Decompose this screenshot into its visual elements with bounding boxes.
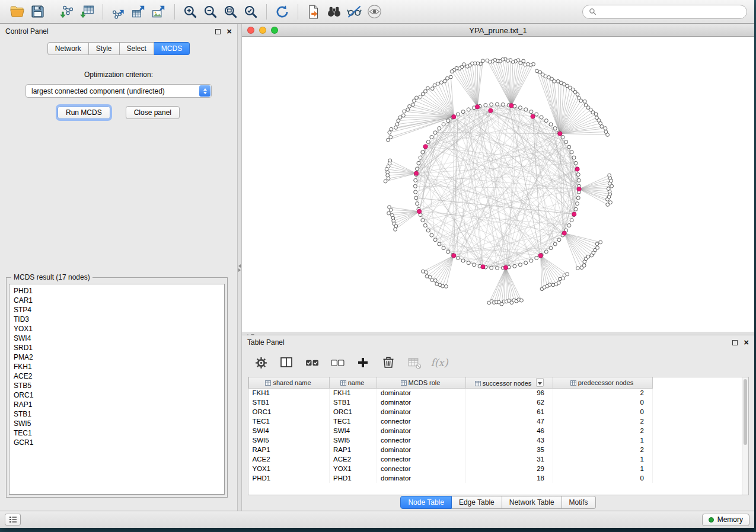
table-cell[interactable]: SWI5 <box>330 435 377 445</box>
zoom-fit-button[interactable] <box>221 2 241 22</box>
network-node[interactable] <box>576 267 580 270</box>
network-node[interactable] <box>390 127 393 131</box>
tab-mcds[interactable]: MCDS <box>154 42 190 55</box>
network-node[interactable] <box>439 81 443 84</box>
mcds-hub-node[interactable] <box>558 132 562 136</box>
refresh-view-button[interactable] <box>272 2 292 22</box>
share-document-button[interactable] <box>304 2 324 22</box>
network-node[interactable] <box>524 261 528 265</box>
network-node[interactable] <box>415 96 419 100</box>
network-node[interactable] <box>430 278 434 282</box>
mcds-result-item[interactable]: SWI5 <box>9 419 224 428</box>
network-node[interactable] <box>486 59 489 62</box>
network-node[interactable] <box>388 131 391 134</box>
network-node[interactable] <box>535 69 539 73</box>
delete-column-button[interactable] <box>380 354 397 371</box>
table-row[interactable]: PHD1PHD1dominator180 <box>249 473 653 483</box>
network-node[interactable] <box>430 87 434 91</box>
mcds-result-item[interactable]: STP4 <box>9 305 224 315</box>
network-node[interactable] <box>574 207 578 211</box>
network-node[interactable] <box>518 106 522 110</box>
network-node[interactable] <box>397 119 400 123</box>
mcds-hub-node[interactable] <box>503 265 508 270</box>
network-node[interactable] <box>438 242 441 246</box>
table-row[interactable]: YOX1YOX1connector291 <box>249 464 653 473</box>
network-node[interactable] <box>421 219 425 222</box>
network-node[interactable] <box>387 211 391 215</box>
open-session-button[interactable] <box>7 2 27 22</box>
network-node[interactable] <box>446 76 449 80</box>
mcds-hub-node[interactable] <box>509 104 513 108</box>
mcds-result-item[interactable]: SWI4 <box>9 334 224 343</box>
table-cell[interactable]: 2 <box>553 416 653 426</box>
table-cell[interactable]: FKH1 <box>330 388 377 398</box>
zoom-in-button[interactable] <box>180 2 200 22</box>
search-input[interactable] <box>600 8 741 16</box>
table-cell[interactable]: dominator <box>377 426 466 435</box>
network-node[interactable] <box>408 104 412 108</box>
table-cell[interactable]: PHD1 <box>330 473 377 483</box>
import-table-button[interactable] <box>77 2 97 22</box>
network-node[interactable] <box>456 257 460 260</box>
network-node[interactable] <box>544 119 548 123</box>
network-node[interactable] <box>513 264 516 268</box>
network-node[interactable] <box>443 79 446 83</box>
network-node[interactable] <box>414 178 417 182</box>
table-row[interactable]: TEC1TEC1connector472 <box>249 416 653 426</box>
network-node[interactable] <box>456 113 460 116</box>
network-node[interactable] <box>433 131 437 134</box>
table-cell[interactable]: dominator <box>377 398 466 407</box>
network-node[interactable] <box>419 156 422 159</box>
table-row[interactable]: RAP1RAP1dominator352 <box>249 445 653 454</box>
mcds-result-item[interactable]: TEC1 <box>9 428 224 438</box>
table-cell[interactable]: 31 <box>466 454 553 464</box>
network-node[interactable] <box>549 246 553 250</box>
network-node[interactable] <box>553 242 557 246</box>
table-cell[interactable]: SWI4 <box>330 426 377 435</box>
table-cell[interactable]: 29 <box>466 464 553 473</box>
mcds-result-item[interactable]: YOX1 <box>9 324 224 334</box>
network-node[interactable] <box>467 108 470 111</box>
deselect-all-button[interactable] <box>329 354 346 371</box>
network-graph[interactable] <box>242 37 754 332</box>
network-node[interactable] <box>557 238 561 242</box>
mcds-result-list[interactable]: PHD1CAR1STP4TID3YOX1SWI4SRD1PMA2FKH1ACE2… <box>9 284 225 495</box>
column-header-predecessor-nodes[interactable]: predecessor nodes <box>553 377 653 388</box>
table-cell[interactable]: RAP1 <box>249 445 330 454</box>
network-node[interactable] <box>608 174 611 177</box>
mcds-hub-node[interactable] <box>489 108 493 113</box>
zoom-selected-button[interactable] <box>241 2 261 22</box>
network-node[interactable] <box>576 173 580 177</box>
network-node[interactable] <box>461 259 465 262</box>
import-network-button[interactable] <box>57 2 77 22</box>
network-node[interactable] <box>557 281 560 284</box>
network-node[interactable] <box>584 104 588 107</box>
table-cell[interactable]: 61 <box>466 407 553 416</box>
tab-style[interactable]: Style <box>89 42 120 55</box>
find-button[interactable] <box>324 2 344 22</box>
node-table[interactable]: shared namenameMCDS rolesuccessor nodesp… <box>248 377 749 495</box>
network-node[interactable] <box>385 168 388 171</box>
create-column-button[interactable] <box>355 354 371 371</box>
annotations-button[interactable] <box>344 2 364 22</box>
table-cell[interactable]: dominator <box>377 407 466 416</box>
close-panel-x-button[interactable]: × <box>227 28 232 34</box>
table-cell[interactable]: 1 <box>553 464 653 473</box>
network-node[interactable] <box>433 238 437 242</box>
network-node[interactable] <box>406 108 410 111</box>
table-cell[interactable]: SWI5 <box>249 435 330 445</box>
export-network-button[interactable] <box>109 2 129 22</box>
network-node[interactable] <box>524 108 528 111</box>
network-node[interactable] <box>423 223 427 227</box>
mcds-hub-node[interactable] <box>531 114 535 118</box>
scrollbar-thumb[interactable] <box>744 379 747 445</box>
network-node[interactable] <box>599 241 602 244</box>
mcds-hub-node[interactable] <box>475 105 479 109</box>
column-browser-button[interactable] <box>278 354 295 371</box>
network-node[interactable] <box>572 156 576 159</box>
network-node[interactable] <box>441 284 445 288</box>
table-cell[interactable]: FKH1 <box>249 388 330 398</box>
table-settings-button[interactable] <box>253 354 269 371</box>
mcds-result-item[interactable]: ORC1 <box>9 390 224 400</box>
mcds-hub-node[interactable] <box>577 187 581 191</box>
